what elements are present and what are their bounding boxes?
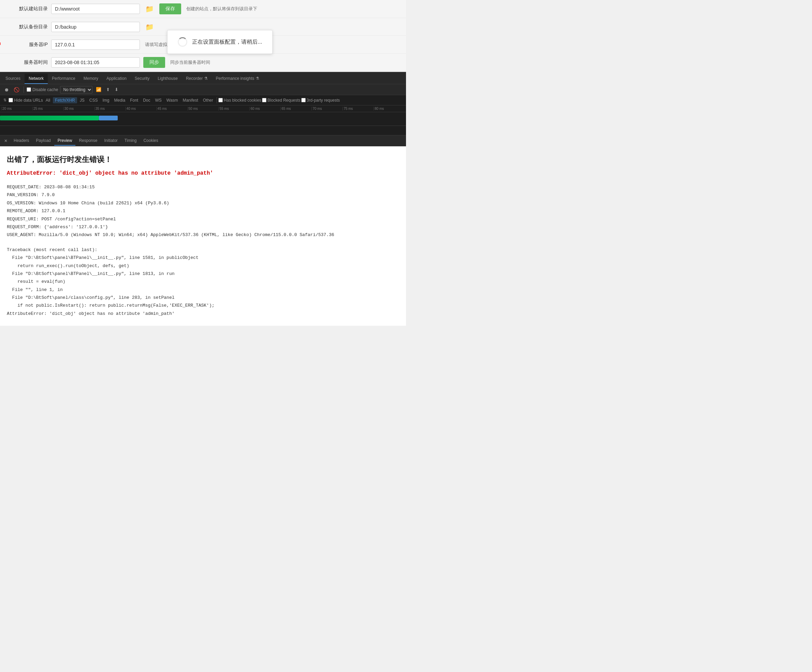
tab-recorder[interactable]: Recorder ⚗ (182, 74, 212, 84)
info-line-2: OS_VERSION: Windows 10 Home China (build… (7, 199, 399, 207)
close-detail-button[interactable]: ✕ (2, 136, 10, 145)
throttle-select[interactable]: No throttling (60, 86, 92, 94)
clear-button[interactable]: 🚫 (12, 86, 21, 93)
save-site-dir-button[interactable]: 保存 (159, 3, 181, 14)
arrow-wrapper: ↗ 服务器IP (7, 42, 48, 48)
has-blocked-cookies-checkbox[interactable] (218, 98, 223, 102)
red-arrow-icon: ↗ (0, 40, 1, 49)
tab-sources[interactable]: Sources (2, 74, 25, 84)
upload-icon[interactable]: ⬆ (105, 86, 111, 93)
settings-row-server-time: 服务器时间 同步 同步当前服务器时间 (0, 54, 406, 72)
folder-icon-site-dir[interactable]: 📁 (143, 4, 156, 14)
devtools-tab-bar: Sources Network Performance Memory Appli… (0, 72, 406, 84)
tab-timing[interactable]: Timing (121, 136, 140, 146)
timeline-blue-bar (99, 116, 118, 120)
filter-divider (217, 97, 217, 103)
info-line-3: REMOTE_ADDR: 127.0.0.1 (7, 207, 399, 215)
wifi-icon[interactable]: 📶 (94, 86, 103, 93)
filter-js[interactable]: JS (78, 97, 87, 103)
blocked-requests-label[interactable]: Blocked Requests (262, 98, 300, 103)
3rd-party-checkbox[interactable] (301, 98, 306, 102)
tab-performance[interactable]: Performance (48, 74, 80, 84)
tab-headers[interactable]: Headers (10, 136, 32, 146)
settings-row-backup-dir: 默认备份目录 📁 正在设置面板配置，请稍后... (0, 18, 406, 36)
settings-panel: 默认建站目录 📁 保存 创建的站点，默认将保存到该目录下 默认备份目录 📁 正在… (0, 0, 406, 72)
tab-lighthouse[interactable]: Lighthouse (154, 74, 182, 84)
filter-all[interactable]: All (44, 97, 52, 103)
detail-tab-bar: ✕ Headers Payload Preview Response Initi… (0, 135, 406, 146)
disable-cache-checkbox[interactable] (27, 87, 31, 92)
devtools-panel: Sources Network Performance Memory Appli… (0, 72, 406, 146)
tl-65ms: 65 ms (280, 107, 312, 111)
record-button[interactable]: ⏺ (3, 86, 10, 93)
label-backup-dir: 默认备份目录 (7, 24, 48, 30)
tab-initiator[interactable]: Initiator (101, 136, 121, 146)
tl-75ms: 75 ms (343, 107, 374, 111)
info-line-6: USER_AGENT: Mozilla/5.0 (Windows NT 10.0… (7, 231, 399, 239)
tl-45ms: 45 ms (157, 107, 188, 111)
tab-payload[interactable]: Payload (32, 136, 54, 146)
disable-cache-text: Disable cache (32, 87, 58, 92)
tab-preview[interactable]: Preview (54, 136, 76, 146)
3rd-party-label[interactable]: 3rd-party requests (301, 98, 340, 103)
disable-cache-label[interactable]: Disable cache (27, 87, 58, 92)
filter-doc[interactable]: Doc (141, 97, 152, 103)
3rd-party-text: 3rd-party requests (307, 98, 340, 103)
hide-data-urls-text: Hide data URLs (14, 98, 43, 103)
tl-80ms: 80 ms (374, 107, 404, 111)
filter-wasm[interactable]: Wasm (164, 97, 180, 103)
devtools-timeline: 20 ms 25 ms 30 ms 35 ms 40 ms 45 ms 50 m… (0, 106, 406, 112)
download-icon[interactable]: ⬇ (113, 86, 120, 93)
filter-media[interactable]: Media (112, 97, 127, 103)
hide-data-urls-label[interactable]: Hide data URLs (9, 98, 43, 103)
hint-server-time: 同步当前服务器时间 (170, 60, 210, 65)
settings-row-site-dir: 默认建站目录 📁 保存 创建的站点，默认将保存到该目录下 (0, 0, 406, 18)
filter-ws[interactable]: WS (153, 97, 164, 103)
tab-performance-insights[interactable]: Performance insights ⚗ (212, 74, 263, 84)
tl-50ms: 50 ms (188, 107, 219, 111)
has-blocked-cookies-label[interactable]: Has blocked cookies (218, 98, 261, 103)
has-blocked-cookies-text: Has blocked cookies (224, 98, 261, 103)
label-server-ip: 服务器IP (7, 42, 48, 48)
filter-fetch-xhr[interactable]: Fetch/XHR (53, 97, 77, 103)
traceback: Traceback (most recent call last): File … (7, 246, 399, 318)
input-backup-dir[interactable] (51, 22, 140, 32)
loading-text: 正在设置面板配置，请稍后... (192, 39, 262, 46)
hint-site-dir: 创建的站点，默认将保存到该目录下 (186, 6, 257, 12)
tab-application[interactable]: Application (102, 74, 131, 84)
hide-data-urls-checkbox[interactable] (9, 98, 13, 102)
loading-spinner (178, 37, 187, 47)
filter-manifest[interactable]: Manifest (181, 97, 200, 103)
error-attribute: AttributeError: 'dict_obj' object has no… (7, 170, 399, 176)
filter-img[interactable]: Img (100, 97, 111, 103)
blocked-requests-checkbox[interactable] (262, 98, 266, 102)
timeline-labels: 20 ms 25 ms 30 ms 35 ms 40 ms 45 ms 50 m… (0, 107, 406, 111)
tl-30ms: 30 ms (63, 107, 94, 111)
blocked-requests-text: Blocked Requests (268, 98, 300, 103)
devtools-toolbar: ⏺ 🚫 Disable cache No throttling 📶 ⬆ ⬇ (0, 84, 406, 95)
tab-security[interactable]: Security (131, 74, 154, 84)
info-line-5: REQUEST_FORM: {'address': '127.0.0.1'} (7, 223, 399, 231)
tab-cookies[interactable]: Cookies (140, 136, 161, 146)
filter-font[interactable]: Font (128, 97, 140, 103)
timeline-green-bar (0, 116, 99, 120)
filter-css[interactable]: CSS (87, 97, 100, 103)
devtools-filter-bar: ⇅ Hide data URLs All Fetch/XHR JS CSS Im… (0, 95, 406, 106)
error-content: 出错了，面板运行时发生错误！ AttributeError: 'dict_obj… (0, 146, 406, 326)
tab-memory[interactable]: Memory (80, 74, 102, 84)
folder-icon-backup-dir[interactable]: 📁 (143, 22, 156, 32)
tl-35ms: 35 ms (94, 107, 126, 111)
input-site-dir[interactable] (51, 4, 140, 14)
tab-response[interactable]: Response (75, 136, 101, 146)
invert-button[interactable]: ⇅ (2, 97, 8, 103)
toolbar-divider-1 (24, 87, 24, 93)
tab-network[interactable]: Network (25, 74, 48, 84)
input-server-ip[interactable] (51, 39, 140, 50)
tl-25ms: 25 ms (32, 107, 63, 111)
loading-popup: 正在设置面板配置，请稍后... (167, 30, 273, 54)
input-server-time[interactable] (51, 57, 140, 68)
filter-other[interactable]: Other (201, 97, 215, 103)
error-info: REQUEST_DATE: 2023-08-08 01:34:15 PAN_VE… (7, 183, 399, 239)
error-title: 出错了，面板运行时发生错误！ (7, 155, 399, 165)
sync-time-button[interactable]: 同步 (143, 57, 165, 68)
